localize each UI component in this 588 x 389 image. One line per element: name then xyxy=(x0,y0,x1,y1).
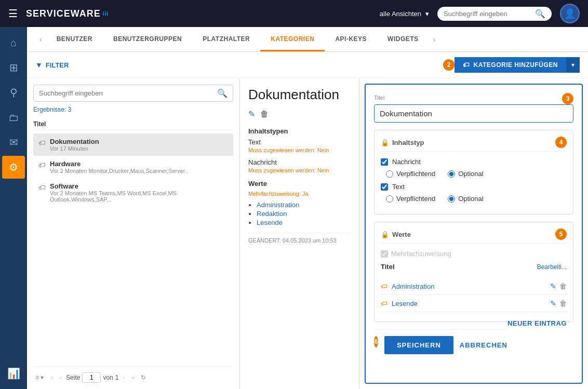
tag-icon: 🏷 xyxy=(38,161,46,169)
list-search-input[interactable] xyxy=(39,89,213,97)
tab-benutzer[interactable]: BENUTZER xyxy=(46,28,103,51)
first-page-button[interactable]: « xyxy=(48,373,56,382)
werte-row-actions: ✎ 🗑 xyxy=(550,299,567,307)
filter-label: FILTER xyxy=(46,61,69,69)
werte-edit-header: 🔒 Werte 5 xyxy=(381,229,567,244)
search-input[interactable] xyxy=(444,10,531,18)
speichern-button[interactable]: SPEICHERN xyxy=(384,336,453,354)
list-item-subtitle: Vor 2 Monaten Monitor,Drucker,Maus,Scann… xyxy=(50,168,188,174)
neuer-eintrag-button[interactable]: NEUER EINTRAG xyxy=(507,315,567,331)
tab-benutzergruppen[interactable]: BENUTZERGRUPPEN xyxy=(103,28,192,51)
werte-row-actions: ✎ 🗑 xyxy=(550,282,567,290)
page-input[interactable]: 1 xyxy=(82,372,101,383)
werte-name: Administration xyxy=(392,283,434,290)
doc-title: Dokumentation xyxy=(248,87,351,103)
list-item[interactable]: 🏷 Software Vor 2 Monaten MS Teams,MS Wor… xyxy=(33,178,233,207)
search-icon: 🔍 xyxy=(217,88,228,98)
werte-delete-button[interactable]: 🗑 xyxy=(559,299,567,307)
list-item-title: Hardware xyxy=(50,160,188,168)
lock-icon: 🔒 xyxy=(381,139,389,146)
text-type-sub: Muss zugewiesen werden: Nein xyxy=(248,147,351,153)
werte-edit-button[interactable]: ✎ xyxy=(550,282,556,290)
changed-info: GEÄNDERT: 04.05.2023 um 10:53 xyxy=(248,233,351,244)
left-panel: 🔍 Ergebnisse: 3 Titel 🏷 Dokumentation Vo… xyxy=(27,78,240,389)
bearbeiten-button[interactable]: Bearbeiti... xyxy=(537,263,567,271)
tab-widgets[interactable]: WIDGETS xyxy=(377,28,429,51)
werte-link[interactable]: Administration xyxy=(257,201,299,209)
list-item[interactable]: 🏷 Hardware Vor 2 Monaten Monitor,Drucker… xyxy=(33,156,233,178)
titel-input[interactable] xyxy=(374,104,573,123)
sidebar-item-home[interactable]: ⌂ xyxy=(2,31,25,54)
sidebar-item-folder[interactable]: 🗀 xyxy=(2,106,25,129)
last-page-button[interactable]: » xyxy=(129,373,137,382)
nachricht-radio-row: Verpflichtend Optional xyxy=(386,170,567,178)
text-type-name: Text xyxy=(248,138,351,146)
nachricht-optional[interactable]: Optional xyxy=(448,170,483,178)
list-item-subtitle: Vor 2 Monaten MS Teams,MS Word,MS Excel,… xyxy=(50,190,228,203)
sidebar-item-search[interactable]: ⚲ xyxy=(2,81,25,104)
tab-bar: ‹ BENUTZER BENUTZERGRUPPEN PLATZHALTER K… xyxy=(27,27,588,52)
add-category-button[interactable]: 🏷 KATEGORIE HINZUFÜGEN xyxy=(455,57,566,73)
list-search[interactable]: 🔍 xyxy=(33,85,233,102)
delete-doc-button[interactable]: 🗑 xyxy=(260,109,269,119)
nachricht-verpflichtend[interactable]: Verpflichtend xyxy=(386,170,435,178)
text-verpflichtend[interactable]: Verpflichtend xyxy=(386,195,435,203)
nachricht-checkbox[interactable] xyxy=(381,158,388,166)
add-category-dropdown[interactable]: ▾ xyxy=(566,57,580,73)
refresh-button[interactable]: ↻ xyxy=(139,373,148,382)
filter-icon: ▼ xyxy=(35,61,43,69)
werte-lock-icon: 🔒 xyxy=(381,231,389,238)
tab-next-btn[interactable]: › xyxy=(429,35,440,44)
sidebar-item-mail[interactable]: ✉ xyxy=(2,131,25,154)
werte-link[interactable]: Lesende xyxy=(257,219,283,226)
middle-panel: Dokumentation ✎ 🗑 Inhaltstypen Text Muss… xyxy=(240,78,359,389)
content-types-header: Inhaltstypen xyxy=(248,127,351,135)
mehrfach-label: Mehrfachzuweisung xyxy=(391,250,451,258)
sidebar-item-chart[interactable]: 📊 xyxy=(2,362,25,385)
edit-doc-button[interactable]: ✎ xyxy=(248,109,255,119)
prev-page-button[interactable]: ‹ xyxy=(58,373,64,382)
filter-bar[interactable]: ▼ FILTER xyxy=(35,61,69,69)
werte-name: Lesende xyxy=(392,300,418,307)
werte-item: Administration xyxy=(257,201,351,209)
step4-badge: 4 xyxy=(555,137,567,148)
tab-prev-btn[interactable]: ‹ xyxy=(35,35,46,44)
total-pages: 1 xyxy=(115,374,119,381)
abbrechen-button[interactable]: ABBRECHEN xyxy=(460,336,507,354)
results-count: Ergebnisse: 3 xyxy=(33,106,233,113)
action-bar: ▼ FILTER 2 🏷 KATEGORIE HINZUFÜGEN ▾ xyxy=(27,52,588,78)
views-selector[interactable]: alle Ansichten ▾ xyxy=(380,10,429,18)
nachricht-type-name: Nachricht xyxy=(248,158,351,166)
sidebar-item-grid[interactable]: ⊞ xyxy=(2,56,25,79)
next-page-button[interactable]: › xyxy=(121,373,127,382)
werte-link[interactable]: Redaktion xyxy=(257,210,287,218)
tag-icon: 🏷 xyxy=(463,61,470,69)
werte-edit-button[interactable]: ✎ xyxy=(550,299,556,307)
text-radio-row: Verpflichtend Optional xyxy=(386,195,567,203)
list-item-title: Software xyxy=(50,182,228,190)
werte-delete-button[interactable]: 🗑 xyxy=(559,282,567,290)
mehrfach-checkbox xyxy=(381,250,388,258)
bottom-actions: 6 SPEICHERN ABBRECHEN xyxy=(374,329,507,360)
hamburger-icon[interactable]: ☰ xyxy=(8,7,18,20)
avatar[interactable]: 👤 xyxy=(560,4,580,23)
tab-api-keys[interactable]: API-KEYS xyxy=(325,28,377,51)
text-checkbox-row: Text xyxy=(381,183,567,191)
page-label: Seite xyxy=(66,374,80,381)
global-search[interactable]: 🔍 xyxy=(437,7,552,21)
list-item[interactable]: 🏷 Dokumentation Vor 17 Minuten xyxy=(33,133,233,156)
sidebar-item-settings[interactable]: ⚙ xyxy=(2,156,25,179)
tab-platzhalter[interactable]: PLATZHALTER xyxy=(192,28,260,51)
list-header: Titel xyxy=(33,118,233,130)
werte-row-left: 🏷 Administration xyxy=(381,283,434,290)
tab-kategorien[interactable]: KATEGORIEN xyxy=(260,28,325,51)
search-icon: 🔍 xyxy=(535,9,545,19)
text-checkbox[interactable] xyxy=(381,183,388,191)
step2-badge: 2 xyxy=(443,59,455,71)
page-menu-button[interactable]: ≡ ▾ xyxy=(33,373,46,382)
left-sidebar: ⌂ ⊞ ⚲ 🗀 ✉ ⚙ 📊 xyxy=(0,27,27,389)
inhaltstyp-header: 🔒 Inhaltstyp 4 xyxy=(381,137,567,152)
text-optional[interactable]: Optional xyxy=(448,195,483,203)
inhaltstyp-section: 🔒 Inhaltstyp 4 Nachricht Verpflichtend xyxy=(374,130,573,214)
mehrfach-label: Mehrfachzuweisung: Ja xyxy=(248,191,351,197)
